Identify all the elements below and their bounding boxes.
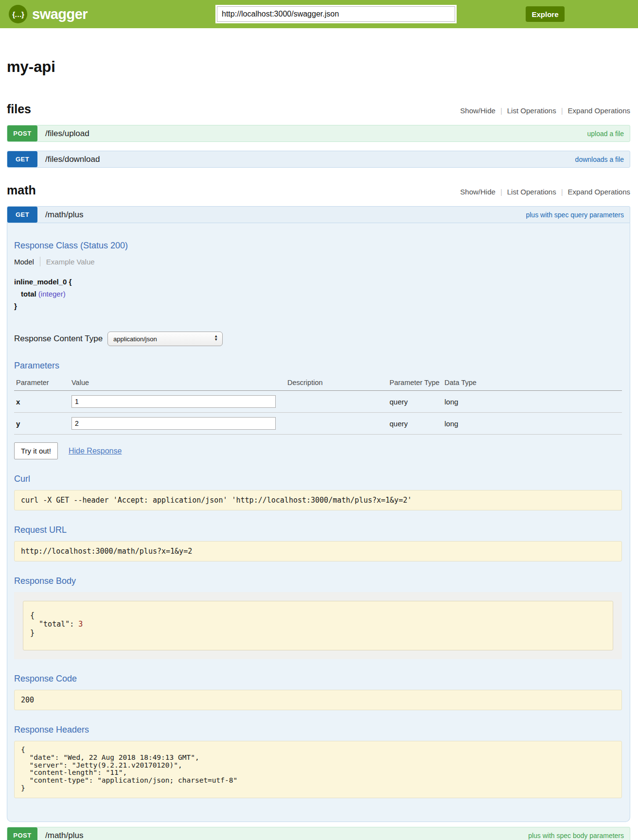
control-separator: | bbox=[561, 106, 563, 115]
control-separator: | bbox=[561, 188, 563, 196]
list-operations-link[interactable]: List Operations bbox=[507, 188, 556, 196]
explore-button[interactable]: Explore bbox=[526, 6, 565, 22]
operation-row-get-math-plus[interactable]: GET /math/plus plus with spec query para… bbox=[7, 206, 630, 223]
parameter-row-y: y query long bbox=[14, 413, 622, 435]
operation-summary[interactable]: plus with spec body parameters bbox=[528, 832, 624, 840]
col-header-data-type: Data Type bbox=[443, 376, 622, 391]
spec-url-input[interactable] bbox=[217, 6, 455, 22]
model-open-line: inline_model_0 { bbox=[14, 276, 622, 288]
col-header-parameter: Parameter bbox=[14, 376, 70, 391]
response-class-heading: Response Class (Status 200) bbox=[14, 241, 622, 251]
header-bar: {…} swagger Explore bbox=[0, 0, 638, 28]
model-signature: inline_model_0 { total (integer) } bbox=[14, 276, 622, 312]
json-text: { "total": bbox=[30, 611, 78, 629]
model-tabs: Model Example Value bbox=[14, 257, 622, 266]
operation-path[interactable]: /files/download bbox=[45, 155, 100, 164]
operation-path[interactable]: /math/plus bbox=[45, 210, 83, 220]
logo-glyph: {…} bbox=[12, 10, 24, 18]
curl-heading: Curl bbox=[14, 474, 622, 484]
response-body-container: { "total": 3 } bbox=[14, 592, 622, 659]
section-math-controls: Show/Hide|List Operations|Expand Operati… bbox=[460, 188, 630, 196]
try-row: Try it out! Hide Response bbox=[14, 442, 622, 459]
expand-operations-link[interactable]: Expand Operations bbox=[568, 188, 630, 196]
operation-detail-panel: Response Class (Status 200) Model Exampl… bbox=[7, 223, 630, 822]
show-hide-link[interactable]: Show/Hide bbox=[460, 188, 496, 196]
parameter-data-type: long bbox=[443, 391, 622, 413]
response-body-heading: Response Body bbox=[14, 576, 622, 586]
parameter-description bbox=[285, 413, 388, 435]
section-files-header: files Show/Hide|List Operations|Expand O… bbox=[7, 102, 630, 116]
try-it-out-button[interactable]: Try it out! bbox=[14, 442, 58, 459]
model-property-line: total (integer) bbox=[14, 288, 622, 300]
parameter-type: query bbox=[388, 391, 443, 413]
response-content-type-select[interactable]: application/json ▲▼ bbox=[107, 332, 223, 346]
parameter-name: y bbox=[14, 413, 70, 435]
hide-response-link[interactable]: Hide Response bbox=[69, 447, 122, 455]
request-url-heading: Request URL bbox=[14, 525, 622, 535]
tab-example-value[interactable]: Example Value bbox=[46, 258, 95, 266]
list-operations-link[interactable]: List Operations bbox=[507, 106, 556, 115]
expand-operations-link[interactable]: Expand Operations bbox=[568, 106, 630, 115]
parameters-heading: Parameters bbox=[14, 361, 622, 371]
parameter-data-type: long bbox=[443, 413, 622, 435]
operation-summary[interactable]: plus with spec query parameters bbox=[526, 211, 624, 219]
content: my-api files Show/Hide|List Operations|E… bbox=[0, 58, 638, 840]
parameters-table: Parameter Value Description Parameter Ty… bbox=[14, 376, 622, 435]
section-files-title: files bbox=[7, 102, 31, 116]
parameter-description bbox=[285, 391, 388, 413]
operation-summary[interactable]: downloads a file bbox=[575, 156, 624, 163]
method-badge-post: POST bbox=[7, 125, 37, 141]
response-content-type-label: Response Content Type bbox=[14, 334, 103, 344]
model-close-line: } bbox=[14, 300, 622, 313]
tab-model[interactable]: Model bbox=[14, 258, 34, 266]
brand-title: swagger bbox=[32, 6, 88, 22]
operation-row-post-files-upload[interactable]: POST /files/upload upload a file bbox=[7, 125, 630, 142]
operation-path[interactable]: /files/upload bbox=[45, 129, 89, 139]
control-separator: | bbox=[500, 106, 502, 115]
parameter-type: query bbox=[388, 413, 443, 435]
section-files-controls: Show/Hide|List Operations|Expand Operati… bbox=[460, 106, 630, 115]
parameter-y-input[interactable] bbox=[71, 417, 276, 430]
parameters-header-row: Parameter Value Description Parameter Ty… bbox=[14, 376, 622, 391]
response-headers-json: { "date": "Wed, 22 Aug 2018 18:49:13 GMT… bbox=[14, 741, 622, 798]
col-header-value: Value bbox=[70, 376, 285, 391]
curl-command: curl -X GET --header 'Accept: applicatio… bbox=[14, 490, 622, 510]
parameter-name: x bbox=[14, 391, 70, 413]
show-hide-link[interactable]: Show/Hide bbox=[460, 106, 496, 115]
method-badge-get: GET bbox=[7, 207, 37, 223]
parameter-x-input[interactable] bbox=[71, 395, 276, 408]
col-header-description: Description bbox=[285, 376, 388, 391]
operation-row-get-files-download[interactable]: GET /files/download downloads a file bbox=[7, 151, 630, 168]
selected-content-type: application/json bbox=[113, 335, 157, 343]
operation-row-post-math-plus[interactable]: POST /math/plus plus with spec body para… bbox=[7, 827, 630, 840]
property-name: total bbox=[21, 290, 36, 298]
select-arrows-icon: ▲▼ bbox=[214, 334, 218, 341]
response-code-value: 200 bbox=[14, 690, 622, 710]
response-headers-heading: Response Headers bbox=[14, 725, 622, 735]
section-math-header: math Show/Hide|List Operations|Expand Op… bbox=[7, 183, 630, 197]
property-type: (integer) bbox=[38, 290, 66, 298]
parameter-row-x: x query long bbox=[14, 391, 622, 413]
section-math-title: math bbox=[7, 183, 36, 197]
json-text: } bbox=[30, 629, 35, 637]
operation-path[interactable]: /math/plus bbox=[45, 831, 83, 840]
method-badge-get: GET bbox=[7, 151, 37, 167]
request-url-value: http://localhost:3000/math/plus?x=1&y=2 bbox=[14, 541, 622, 561]
tab-divider bbox=[40, 257, 40, 266]
response-body-json: { "total": 3 } bbox=[23, 601, 613, 650]
swagger-logo-icon: {…} bbox=[9, 5, 27, 23]
control-separator: | bbox=[500, 188, 502, 196]
col-header-parameter-type: Parameter Type bbox=[388, 376, 443, 391]
json-number-value: 3 bbox=[78, 620, 83, 629]
page-title: my-api bbox=[7, 58, 630, 76]
response-content-type-row: Response Content Type application/json ▲… bbox=[14, 332, 622, 346]
response-code-heading: Response Code bbox=[14, 674, 622, 684]
method-badge-post: POST bbox=[7, 827, 37, 840]
operation-summary[interactable]: upload a file bbox=[587, 130, 624, 138]
